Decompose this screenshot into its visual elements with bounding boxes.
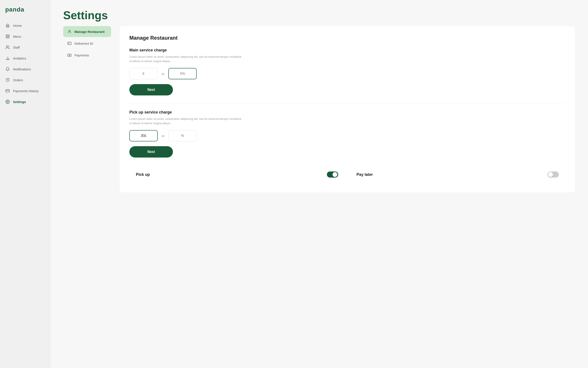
analytics-icon [5, 56, 10, 61]
settings-nav-deliverect-id[interactable]: Deliverect ID [63, 38, 111, 49]
page-title: Settings [63, 9, 575, 22]
pickup-toggle-label: Pick up [136, 172, 150, 177]
sidebar-label-staff: Staff [13, 46, 20, 49]
settings-nav-manage-restaurant-label: Manage Restaurant [74, 30, 105, 34]
svg-rect-0 [6, 35, 7, 36]
pickup-card: Pick up [129, 165, 345, 184]
svg-rect-14 [68, 42, 72, 45]
svg-point-13 [69, 30, 70, 32]
pickup-charge-amount-input[interactable] [129, 130, 158, 141]
sidebar-item-home[interactable]: Home [0, 20, 50, 31]
svg-rect-17 [68, 54, 72, 56]
svg-point-18 [69, 55, 70, 56]
main-service-charge-title: Main service charge [129, 48, 565, 53]
svg-point-4 [6, 46, 8, 47]
sidebar-item-notifications[interactable]: Notifications [0, 64, 50, 74]
settings-nav-manage-restaurant[interactable]: Manage Restaurant [63, 26, 111, 37]
pay-later-toggle-knob [548, 172, 553, 177]
settings-nav-payments-label: Payments [74, 53, 89, 57]
main-service-charge-row: or [129, 68, 565, 79]
main-service-charge-section: Main service charge Lorem ipsum dolor si… [129, 48, 565, 95]
sidebar: panda Home Menu Staff Analytics Notifica… [0, 0, 50, 368]
sidebar-label-payments-history: Payments History [13, 89, 39, 93]
id-icon [67, 41, 72, 46]
pickup-charge-percent-input[interactable] [168, 130, 197, 141]
main-charge-or-label: or [162, 72, 164, 76]
sidebar-item-settings[interactable]: Settings [0, 96, 50, 107]
svg-point-12 [7, 101, 8, 102]
sidebar-label-settings: Settings [13, 100, 26, 104]
svg-rect-3 [8, 37, 9, 38]
sidebar-item-payments-history[interactable]: Payments History [0, 85, 50, 96]
person-icon [67, 29, 72, 34]
sidebar-item-menu[interactable]: Menu [0, 31, 50, 42]
sidebar-label-analytics: Analytics [13, 56, 26, 60]
orders-icon [5, 78, 10, 82]
main-content: Settings Manage Restaurant Deliverect ID [50, 0, 588, 368]
settings-panel: Manage Restaurant Main service charge Lo… [120, 26, 575, 192]
svg-rect-1 [8, 35, 9, 36]
pickup-charge-or-label: or [162, 134, 164, 138]
sidebar-label-notifications: Notifications [13, 67, 31, 71]
page-header: Settings [50, 0, 588, 26]
settings-nav: Manage Restaurant Deliverect ID Payments [63, 26, 111, 61]
settings-icon [5, 99, 10, 104]
content-area: Manage Restaurant Deliverect ID Payments… [50, 26, 588, 205]
settings-nav-deliverect-id-label: Deliverect ID [74, 42, 93, 45]
sidebar-label-orders: Orders [13, 78, 23, 82]
pay-later-toggle[interactable] [547, 172, 559, 178]
main-charge-percent-input[interactable] [168, 68, 197, 79]
menu-icon [5, 34, 10, 39]
sidebar-item-analytics[interactable]: Analytics [0, 53, 50, 64]
sidebar-item-orders[interactable]: Orders [0, 74, 50, 85]
pickup-service-charge-title: Pick up service charge [129, 110, 565, 115]
manage-restaurant-title: Manage Restaurant [129, 35, 565, 41]
settings-nav-payments[interactable]: Payments [63, 50, 111, 61]
pickup-service-charge-desc: Lorem ipsum dolor sit amet, consectetur … [129, 117, 243, 125]
pickup-toggle-knob [333, 172, 337, 177]
pay-later-card: Pay later [350, 165, 565, 184]
payments-history-icon [5, 88, 10, 93]
main-charge-amount-input[interactable] [129, 68, 158, 79]
payments-icon [67, 53, 72, 57]
staff-icon [5, 45, 10, 50]
pickup-service-charge-section: Pick up service charge Lorem ipsum dolor… [129, 110, 565, 157]
pickup-service-charge-next-button[interactable]: Next [129, 146, 173, 157]
main-service-charge-next-button[interactable]: Next [129, 84, 173, 95]
home-icon [5, 23, 10, 28]
bottom-cards: Pick up Pay later [129, 165, 565, 184]
sidebar-label-menu: Menu [13, 35, 21, 38]
section-divider-1 [129, 103, 565, 103]
logo: panda [0, 0, 50, 20]
notifications-icon [5, 67, 10, 72]
pickup-toggle[interactable] [327, 172, 338, 178]
logo-text: panda [5, 6, 24, 13]
pay-later-toggle-label: Pay later [356, 172, 373, 177]
svg-rect-2 [6, 37, 7, 38]
sidebar-item-staff[interactable]: Staff [0, 42, 50, 53]
sidebar-label-home: Home [13, 24, 22, 28]
pickup-service-charge-row: or [129, 130, 565, 141]
svg-rect-10 [6, 90, 9, 92]
main-service-charge-desc: Lorem ipsum dolor sit amet, consectetur … [129, 55, 243, 63]
